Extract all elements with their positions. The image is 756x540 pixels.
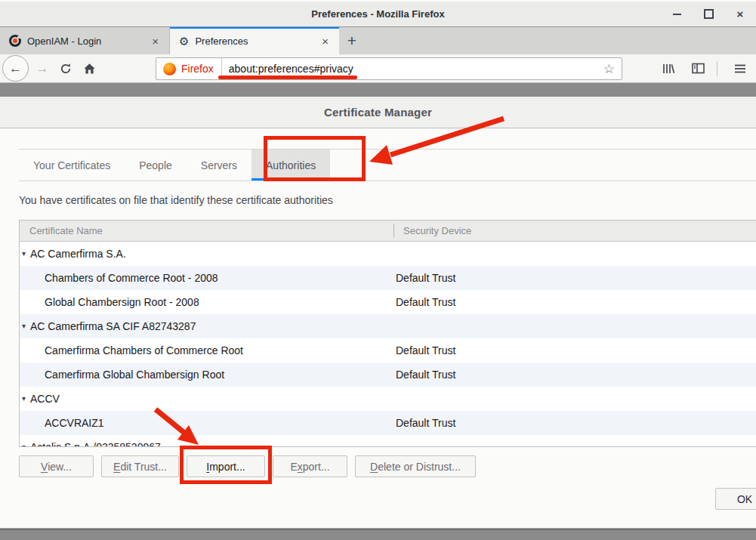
back-button[interactable]: ← bbox=[2, 55, 29, 82]
gear-favicon-icon: ⚙ bbox=[179, 35, 189, 47]
home-icon[interactable] bbox=[79, 59, 99, 79]
button-import[interactable]: Import... bbox=[187, 455, 265, 477]
url-input[interactable]: about:preferences#privacy bbox=[222, 63, 597, 75]
table-row[interactable]: ▾ AC Camerfirma S.A. bbox=[20, 242, 756, 266]
table-row[interactable]: ▾ AC Camerfirma SA CIF A82743287 bbox=[20, 314, 756, 338]
certificate-table-body: ▾ AC Camerfirma S.A. Chambers of Commerc… bbox=[20, 242, 756, 447]
button-view[interactable]: View... bbox=[19, 455, 94, 477]
certificate-name-cell: ACCVRAIZ1 bbox=[45, 411, 104, 435]
navigation-toolbar: ← → Firefox about:preferences#privacy ☆ bbox=[0, 54, 756, 83]
certificate-name-cell: ACCV bbox=[30, 387, 60, 411]
security-device-cell: Default Trust bbox=[396, 338, 455, 363]
ok-button[interactable]: OK bbox=[715, 488, 756, 510]
library-icon[interactable] bbox=[659, 59, 678, 79]
certificate-name-cell: AC Camerfirma S.A. bbox=[30, 242, 126, 266]
dimmed-page-background-top bbox=[0, 83, 756, 97]
group-marker-icon: ▾ bbox=[22, 387, 26, 411]
window-title: Preferences - Mozilla Firefox bbox=[311, 8, 444, 20]
browser-tab-bar: OpenIAM - Login × ⚙ Preferences × + bbox=[0, 27, 756, 54]
toolbar-divider bbox=[717, 61, 717, 76]
security-device-cell: Default Trust bbox=[396, 266, 455, 290]
column-divider[interactable] bbox=[393, 224, 394, 238]
table-header: Certificate Name Security Device bbox=[20, 221, 756, 242]
certificate-name-cell: Chambers of Commerce Root - 2008 bbox=[45, 266, 218, 290]
table-row[interactable]: ▾ ACCV bbox=[20, 387, 756, 411]
certificate-name-cell: AC Camerfirma SA CIF A82743287 bbox=[30, 314, 196, 338]
table-row[interactable]: Camerfirma Global Chambersign Root Defau… bbox=[20, 363, 756, 387]
close-icon[interactable]: × bbox=[732, 6, 748, 23]
group-marker-icon: ▾ bbox=[22, 242, 26, 266]
certificate-name-cell: Camerfirma Chambers of Commerce Root bbox=[45, 338, 243, 363]
table-row[interactable]: Chambers of Commerce Root - 2008 Default… bbox=[20, 266, 756, 290]
certificate-name-cell: Global Chambersign Root - 2008 bbox=[45, 290, 199, 314]
certificate-tabs: Your Certificates People Servers Authori… bbox=[19, 149, 756, 181]
table-row[interactable]: Camerfirma Chambers of Commerce Root Def… bbox=[20, 338, 756, 363]
toolbar-right-icons bbox=[655, 54, 750, 82]
button-export[interactable]: Export... bbox=[273, 455, 347, 477]
tab-people[interactable]: People bbox=[125, 150, 187, 181]
tab-authorities[interactable]: Authorities bbox=[251, 150, 330, 181]
security-device-cell: Default Trust bbox=[396, 411, 455, 435]
action-buttons: View...Edit Trust...Import...Export...De… bbox=[19, 455, 476, 477]
tab-close-icon[interactable]: × bbox=[149, 35, 162, 48]
group-marker-icon: ▾ bbox=[22, 314, 26, 338]
certificate-name-cell: Camerfirma Global Chambersign Root bbox=[45, 363, 224, 387]
browser-tab-openiam[interactable]: OpenIAM - Login × bbox=[0, 27, 170, 54]
forward-button[interactable]: → bbox=[32, 59, 52, 79]
column-certificate-name[interactable]: Certificate Name bbox=[29, 221, 103, 241]
tab-close-icon[interactable]: × bbox=[319, 35, 332, 48]
column-security-device[interactable]: Security Device bbox=[403, 221, 471, 241]
bookmark-star-icon[interactable]: ☆ bbox=[597, 61, 622, 77]
table-row[interactable]: ▾ Actalis S.p.A./03358520967 bbox=[20, 435, 756, 447]
tab-your-certificates[interactable]: Your Certificates bbox=[19, 150, 125, 181]
desktop-strip-bottom bbox=[0, 529, 756, 540]
table-row[interactable]: ACCVRAIZ1 Default Trust bbox=[20, 411, 756, 435]
url-bar[interactable]: Firefox about:preferences#privacy ☆ bbox=[156, 57, 622, 80]
window-controls: × bbox=[668, 2, 748, 26]
intro-text: You have certificates on file that ident… bbox=[19, 194, 333, 206]
reload-icon[interactable] bbox=[56, 59, 76, 79]
sidebar-toggle-icon[interactable] bbox=[688, 59, 708, 79]
dialog-header: Certificate Manager bbox=[0, 97, 756, 128]
browser-tab-preferences[interactable]: ⚙ Preferences × bbox=[170, 27, 339, 54]
dialog-title: Certificate Manager bbox=[324, 106, 432, 119]
certificate-table: Certificate Name Security Device ▾ AC Ca… bbox=[19, 220, 756, 447]
certificate-manager-dialog: Certificate Manager Your Certificates Pe… bbox=[0, 97, 756, 529]
tab-label: OpenIAM - Login bbox=[27, 35, 143, 47]
button-edit-trust[interactable]: Edit Trust... bbox=[101, 455, 179, 477]
certificate-name-cell: Actalis S.p.A./03358520967 bbox=[30, 435, 161, 447]
window-titlebar: Preferences - Mozilla Firefox × bbox=[0, 0, 756, 27]
security-device-cell: Default Trust bbox=[396, 363, 455, 387]
url-scheme-label: Firefox bbox=[181, 63, 221, 75]
openiam-favicon-icon bbox=[9, 35, 21, 47]
group-marker-icon: ▾ bbox=[22, 435, 26, 447]
new-tab-button[interactable]: + bbox=[339, 27, 365, 54]
table-row[interactable]: Global Chambersign Root - 2008 Default T… bbox=[20, 290, 756, 314]
firefox-logo-icon bbox=[163, 63, 176, 76]
minimize-icon[interactable] bbox=[668, 6, 685, 23]
tab-label: Preferences bbox=[195, 35, 313, 47]
hamburger-menu-icon[interactable] bbox=[730, 59, 750, 79]
maximize-icon[interactable] bbox=[700, 6, 717, 23]
tab-servers[interactable]: Servers bbox=[187, 150, 251, 181]
security-device-cell: Default Trust bbox=[396, 290, 455, 314]
button-delete-or-distrust[interactable]: Delete or Distrust... bbox=[355, 455, 476, 477]
